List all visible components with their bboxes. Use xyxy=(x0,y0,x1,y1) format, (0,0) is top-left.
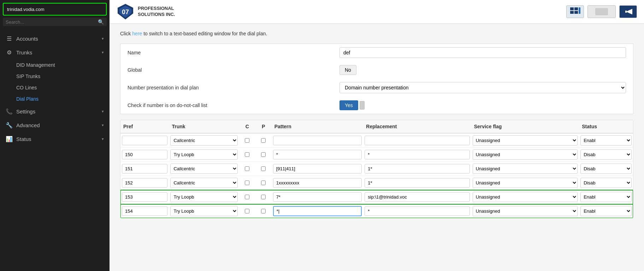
status-select[interactable]: EnablDisab xyxy=(580,206,632,216)
pattern-input[interactable] xyxy=(273,150,362,159)
p-checkbox[interactable] xyxy=(261,138,266,143)
service-flag-select[interactable]: Unassigned xyxy=(473,135,578,146)
sidebar-item-settings[interactable]: 📞 Settings ▾ xyxy=(0,105,110,118)
trunk-select[interactable]: CallcentricTry Loopb xyxy=(170,178,238,188)
table-row: CallcentricTry LoopbUnassignedEnablDisab xyxy=(120,133,633,148)
pref-input[interactable] xyxy=(122,164,167,173)
pref-input[interactable] xyxy=(122,178,167,188)
did-management-label: DID Management xyxy=(16,62,55,68)
p-checkbox[interactable] xyxy=(261,209,266,213)
pattern-input[interactable] xyxy=(273,164,362,173)
pattern-input[interactable] xyxy=(273,178,362,188)
co-lines-label: CO Lines xyxy=(16,85,37,90)
replacement-input[interactable] xyxy=(365,178,469,188)
sidebar-item-co-lines[interactable]: CO Lines xyxy=(0,82,110,93)
logo-shield-icon: 07 xyxy=(117,3,134,20)
name-input[interactable] xyxy=(339,47,626,58)
pattern-input[interactable] xyxy=(273,136,362,145)
status-select[interactable]: EnablDisab xyxy=(580,149,632,160)
trunk-select[interactable]: CallcentricTry Loopb xyxy=(170,135,238,146)
sidebar-item-trunks[interactable]: ⚙ Trunks ▾ xyxy=(0,46,110,59)
replacement-input[interactable] xyxy=(365,136,469,145)
main-header: 07 PROFESSIONALSOLUTIONS INC. xyxy=(110,0,644,24)
pref-input[interactable] xyxy=(122,192,167,202)
search-icon[interactable]: 🔍 xyxy=(98,19,104,25)
global-label: Global xyxy=(128,67,339,73)
c-checkbox[interactable] xyxy=(245,195,249,199)
c-checkbox[interactable] xyxy=(245,181,249,185)
sidebar-item-accounts-label: Accounts xyxy=(16,36,98,42)
service-flag-select[interactable]: Unassigned xyxy=(473,164,578,174)
pattern-input[interactable] xyxy=(273,206,362,216)
col-header-c: C xyxy=(239,120,255,133)
toggle-slider xyxy=(360,101,365,110)
sidebar-item-dial-plans[interactable]: Dial Plans xyxy=(0,93,110,105)
company-name: PROFESSIONALSOLUTIONS INC. xyxy=(138,6,175,18)
sidebar-item-status-label: Status xyxy=(16,136,98,142)
trunk-select[interactable]: CallcentricTry Loopb xyxy=(170,206,238,216)
col-header-service-flag: Service flag xyxy=(471,120,579,133)
presentation-label: Number presentation in dial plan xyxy=(128,85,339,90)
trunk-select[interactable]: CallcentricTry Loopb xyxy=(170,149,238,160)
dial-plans-label: Dial Plans xyxy=(16,96,39,102)
p-checkbox[interactable] xyxy=(261,152,266,157)
sidebar-item-status[interactable]: 📊 Status ▾ xyxy=(0,132,110,146)
status-chevron-icon: ▾ xyxy=(102,137,104,141)
grid-icon[interactable] xyxy=(566,5,584,18)
domain-display[interactable]: trinidad.vodia.com xyxy=(3,3,107,16)
replacement-input[interactable] xyxy=(365,150,469,159)
table-row: CallcentricTry LoopbUnassignedEnablDisab xyxy=(120,148,633,162)
sidebar-item-sip-trunks[interactable]: SIP Trunks xyxy=(0,71,110,82)
sidebar-nav: ☰ Accounts ▾ ⚙ Trunks ▾ DID Management S… xyxy=(0,28,110,149)
svg-rect-6 xyxy=(574,11,578,14)
service-flag-select[interactable]: Unassigned xyxy=(473,149,578,160)
sidebar-item-trunks-label: Trunks xyxy=(16,49,98,55)
status-select[interactable]: EnablDisab xyxy=(580,164,632,174)
advanced-chevron-icon: ▾ xyxy=(102,123,104,128)
trunks-chevron-icon: ▾ xyxy=(102,50,104,55)
settings-chevron-icon: ▾ xyxy=(102,109,104,114)
user-icon[interactable] xyxy=(587,5,616,18)
header-right xyxy=(566,5,637,18)
status-select[interactable]: EnablDisab xyxy=(580,192,632,202)
sidebar-item-did-management[interactable]: DID Management xyxy=(0,59,110,71)
presentation-select[interactable]: Domain number presentation xyxy=(339,82,626,93)
service-flag-select[interactable]: Unassigned xyxy=(473,178,578,188)
do-not-call-yes-button[interactable]: Yes xyxy=(339,100,358,110)
search-input[interactable] xyxy=(6,19,98,25)
pref-input[interactable] xyxy=(122,150,167,159)
p-checkbox[interactable] xyxy=(261,166,266,171)
p-checkbox[interactable] xyxy=(261,181,266,185)
c-checkbox[interactable] xyxy=(245,166,249,171)
logo-area: 07 PROFESSIONALSOLUTIONS INC. xyxy=(117,3,175,20)
text-edit-link[interactable]: here xyxy=(132,31,142,36)
service-flag-select[interactable]: Unassigned xyxy=(473,192,578,202)
p-checkbox[interactable] xyxy=(261,195,266,199)
c-checkbox[interactable] xyxy=(245,209,249,213)
status-select[interactable]: EnablDisab xyxy=(580,135,632,146)
sidebar: trinidad.vodia.com 🔍 ☰ Accounts ▾ ⚙ Trun… xyxy=(0,0,110,271)
replacement-input[interactable] xyxy=(365,192,469,202)
col-header-pref: Pref xyxy=(120,120,169,133)
pattern-input[interactable] xyxy=(273,192,362,202)
replacement-input[interactable] xyxy=(365,206,469,216)
status-select[interactable]: EnablDisab xyxy=(580,178,632,188)
col-header-p: P xyxy=(255,120,272,133)
svg-rect-5 xyxy=(570,11,574,14)
trunk-select[interactable]: CallcentricTry Loopb xyxy=(170,164,238,174)
trunk-select[interactable]: CallcentricTry Loopb xyxy=(170,192,238,202)
svg-text:07: 07 xyxy=(122,8,129,16)
sidebar-item-advanced[interactable]: 🔧 Advanced ▾ xyxy=(0,118,110,132)
c-checkbox[interactable] xyxy=(245,152,249,157)
search-bar[interactable]: 🔍 xyxy=(3,18,107,26)
c-checkbox[interactable] xyxy=(245,138,249,143)
table-row: CallcentricTry LoopbUnassignedEnablDisab xyxy=(120,190,633,204)
sidebar-item-accounts[interactable]: ☰ Accounts ▾ xyxy=(0,32,110,46)
pref-input[interactable] xyxy=(122,206,167,216)
pref-input[interactable] xyxy=(122,136,167,145)
replacement-input[interactable] xyxy=(365,164,469,173)
global-no-button[interactable]: No xyxy=(339,65,356,75)
sidebar-item-advanced-label: Advanced xyxy=(16,122,98,128)
back-icon[interactable] xyxy=(619,5,637,18)
service-flag-select[interactable]: Unassigned xyxy=(473,206,578,216)
